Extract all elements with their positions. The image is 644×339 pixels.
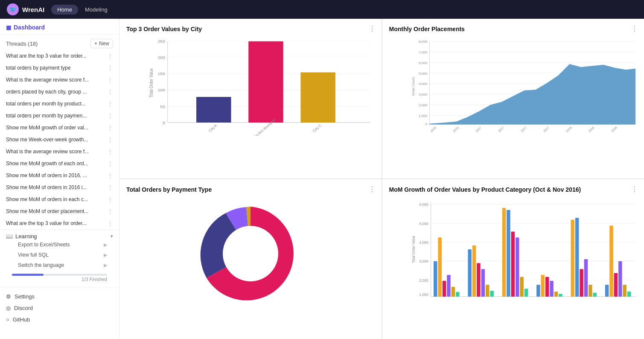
chart4-svg: 6,000 5,000 4,000 3,000 2,000 1,000 Tota… (411, 198, 638, 301)
dashboard-icon: ▦ (6, 24, 11, 31)
chevron-right-icon: ▶ (104, 263, 107, 268)
modeling-link[interactable]: Modeling (85, 6, 108, 13)
svg-rect-79 (520, 277, 524, 297)
svg-text:2016: 2016 (452, 126, 459, 133)
svg-rect-66 (447, 275, 451, 297)
thread-options-icon[interactable]: ⋮ (105, 100, 113, 107)
chart1-svg: 250 200 150 100 50 0 Total Order Value (149, 38, 375, 136)
logo-icon: 🐦 (7, 3, 19, 15)
thread-item[interactable]: Show me MoM of orders in each c...⋮ (0, 193, 119, 205)
svg-text:6,000: 6,000 (419, 203, 428, 207)
learning-item-label: Export to Excel/Sheets (18, 242, 70, 248)
svg-text:0: 0 (163, 120, 165, 125)
thread-item[interactable]: Show me MoM of order placement...⋮ (0, 205, 119, 217)
thread-item[interactable]: Show me MoM growth of each ord...⋮ (0, 158, 119, 170)
thread-text: Show me MoM of orders in each c... (6, 196, 105, 202)
logo-text: WrenAI (22, 6, 44, 13)
thread-options-icon[interactable]: ⋮ (105, 53, 113, 59)
sidebar-bottom-item[interactable]: ⚙Settings (6, 291, 113, 302)
sidebar: ▦ Dashboard Threads (18) + New What are … (0, 19, 119, 339)
thread-item[interactable]: Show me MoM of orders in 2016, ...⋮ (0, 170, 119, 181)
thread-item[interactable]: Show me Week-over-week growth...⋮ (0, 134, 119, 146)
thread-item[interactable]: orders placed by each city, group ...⋮ (0, 86, 119, 98)
thread-options-icon[interactable]: ⋮ (105, 184, 113, 191)
learning-header[interactable]: 📖 Learning ▾ (6, 233, 113, 240)
app-header: 🐦 WrenAI Home Modeling (0, 0, 644, 19)
svg-rect-70 (472, 245, 476, 297)
svg-rect-88 (575, 218, 579, 297)
thread-options-icon[interactable]: ⋮ (105, 88, 113, 95)
thread-options-icon[interactable]: ⋮ (105, 124, 113, 131)
progress-container: 1/3 Finished (6, 270, 113, 285)
svg-text:2018: 2018 (565, 126, 572, 133)
new-thread-button[interactable]: + New (90, 39, 113, 48)
svg-rect-92 (593, 293, 597, 297)
svg-text:100: 100 (158, 88, 165, 92)
thread-item[interactable]: total orders per month by paymen...⋮ (0, 110, 119, 122)
thread-item[interactable]: Show me MoM of orders in 2016 i...⋮ (0, 181, 119, 193)
svg-rect-85 (554, 292, 558, 297)
sidebar-bottom-label: GitHub (13, 316, 30, 323)
thread-text: Show me MoM of order placement... (6, 208, 105, 214)
svg-text:2017: 2017 (520, 126, 527, 133)
svg-rect-82 (541, 275, 545, 297)
svg-rect-68 (456, 292, 460, 297)
learning-item[interactable]: Export to Excel/Sheets▶ (6, 240, 113, 250)
thread-options-icon[interactable]: ⋮ (105, 172, 113, 179)
thread-options-icon[interactable]: ⋮ (105, 196, 113, 203)
sidebar-bottom-icon: ◎ (6, 305, 11, 311)
chart2-title: Monthly Order Placements (389, 26, 638, 32)
progress-bar-fill (12, 274, 44, 276)
svg-text:4,000: 4,000 (419, 240, 428, 245)
svg-text:3,000: 3,000 (419, 259, 428, 263)
sidebar-bottom-item[interactable]: ◎Discord (6, 302, 113, 314)
home-button[interactable]: Home (51, 5, 78, 15)
sidebar-bottom: ⚙Settings◎Discord○GitHub (0, 287, 119, 329)
sidebar-bottom-label: Discord (14, 305, 33, 311)
thread-options-icon[interactable]: ⋮ (105, 64, 113, 71)
svg-text:2018: 2018 (588, 126, 594, 133)
svg-text:6,000: 6,000 (419, 61, 427, 65)
svg-text:Total Order Value: Total Order Value (411, 236, 416, 263)
svg-rect-64 (438, 237, 442, 296)
thread-item[interactable]: total orders by payment type⋮ (0, 62, 119, 74)
thread-options-icon[interactable]: ⋮ (105, 208, 113, 215)
thread-options-icon[interactable]: ⋮ (105, 76, 113, 83)
svg-rect-67 (451, 287, 455, 297)
thread-item[interactable]: Show me MoM growth of order val...⋮ (0, 122, 119, 134)
sidebar-bottom-item[interactable]: ○GitHub (6, 314, 113, 325)
progress-bar-bg (12, 274, 107, 276)
thread-item[interactable]: What is the average review score f...⋮ (0, 74, 119, 86)
svg-text:200: 200 (158, 56, 165, 60)
chart3-menu[interactable]: ⋮ (369, 185, 376, 193)
thread-text: Show me MoM growth of order val... (6, 125, 105, 131)
thread-options-icon[interactable]: ⋮ (105, 148, 113, 155)
thread-options-icon[interactable]: ⋮ (105, 136, 113, 143)
thread-text: What are the top 3 value for order... (6, 53, 105, 59)
sidebar-bottom-icon: ⚙ (6, 293, 11, 300)
bar-city2 (248, 41, 283, 123)
chevron-right-icon: ▶ (104, 252, 107, 258)
thread-text: Show me MoM of orders in 2016 i... (6, 184, 105, 190)
chart-top-order-values: Top 3 Order Values by City ⋮ 250 200 150… (119, 19, 382, 179)
svg-text:0: 0 (425, 122, 427, 126)
chart2-menu[interactable]: ⋮ (631, 25, 638, 33)
thread-options-icon[interactable]: ⋮ (105, 112, 113, 119)
thread-item[interactable]: What are the top 3 value for order...⋮ (0, 50, 119, 62)
thread-item[interactable]: What are the top 3 value for order...⋮ (0, 217, 119, 229)
thread-options-icon[interactable]: ⋮ (105, 220, 113, 227)
threads-header: Threads (18) + New (0, 35, 119, 50)
thread-item[interactable]: What is the average review score f...⋮ (0, 146, 119, 158)
svg-rect-96 (618, 261, 622, 297)
thread-text: total orders by payment type (6, 65, 105, 71)
learning-item[interactable]: Switch the language▶ (6, 260, 113, 270)
learning-item[interactable]: View full SQL▶ (6, 250, 113, 260)
chart4-menu[interactable]: ⋮ (631, 185, 638, 193)
svg-rect-77 (511, 231, 515, 296)
thread-text: total orders per month by paymen... (6, 113, 105, 119)
chart1-menu[interactable]: ⋮ (369, 25, 376, 33)
thread-options-icon[interactable]: ⋮ (105, 160, 113, 167)
svg-text:Order Count: Order Count (411, 77, 415, 96)
learning-section: 📖 Learning ▾ Export to Excel/Sheets▶View… (0, 229, 119, 287)
thread-item[interactable]: total orders per month by product...⋮ (0, 98, 119, 110)
